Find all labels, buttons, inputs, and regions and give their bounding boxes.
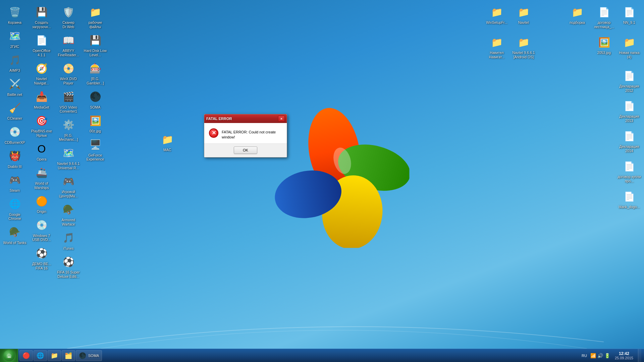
icon-nn91[interactable]: 📄 NN_9.1 <box>616 3 642 26</box>
icon-origin[interactable]: 🟠 Origin <box>29 192 55 215</box>
icon-soma[interactable]: 🌑 SOMA <box>82 88 108 111</box>
taskbar-filemanager-icon: 🗂️ <box>65 352 72 359</box>
taskbar-item-filemanager[interactable]: 🗂️ <box>62 350 75 361</box>
icon-navitel-fold[interactable]: 📁 Navitel <box>511 3 537 26</box>
tray-icons: RU 📶 🔊 🔋 <box>580 353 610 358</box>
icon-armored[interactable]: 🪖 Armored Warface <box>55 201 82 228</box>
desktop-right-col-dogovor-kupli: 📄 договор купли про... <box>616 158 642 184</box>
icon-geforce[interactable]: 🖥️ GeForce Experience <box>82 136 108 163</box>
desktop-right-col-nn91: 📄 NN_9.1 <box>616 3 642 26</box>
taskbar-item-explorer[interactable]: 📁 <box>48 350 61 361</box>
dialog-ok-button[interactable]: OK <box>234 146 257 154</box>
icon-dogovor-kupli[interactable]: 📄 договор купли про... <box>616 158 642 184</box>
icon-playbns[interactable]: 🎯 PlayBNS.exe Ярлык <box>29 112 55 139</box>
desktop-right-col-novaya: 📁 Новая папка (4) <box>616 34 642 60</box>
icon-mediaget[interactable]: 📥 MediaGet <box>29 88 55 111</box>
icon-steam[interactable]: 🎮 Steam <box>2 171 28 194</box>
dialog-close-button[interactable]: × <box>278 116 285 122</box>
clock-time: 12:42 <box>619 351 629 356</box>
desktop: 🗑️ Корзина 🗺️ 2ГИС 🎵 AIMP3 ⚔️ Battle.net… <box>0 0 644 349</box>
tray-power-icon[interactable]: 🔋 <box>604 353 610 358</box>
icon-rg-mechanic[interactable]: ⚙️ [R.G. Mechanic...] <box>55 116 82 143</box>
icon-2053[interactable]: 🖼️ 2053.jpg <box>591 34 617 56</box>
icon-deklaraciya2012[interactable]: 📄 Декларация 2012 <box>616 67 642 94</box>
tray-volume-icon[interactable]: 🔊 <box>597 353 603 358</box>
desktop-right-col-dogovor: 📄 договор лестница_... <box>591 3 617 30</box>
tray-network-icon[interactable]: 📶 <box>590 353 596 358</box>
icon-navitel-navigat[interactable]: 📁 Навител Навигат... <box>484 34 510 60</box>
taskbar: 🔴 🌐 📁 🗂️ 🌑 SOMA RU 📶 🔊 🔋 12:42 25.09.201… <box>0 349 644 362</box>
fatal-error-dialog: FATAL ERROR × ✕ FATAL ERROR: Could not c… <box>204 114 287 158</box>
icon-blank-dogo[interactable]: 📄 blank_dogo... <box>616 188 642 210</box>
taskbar-item-soma[interactable]: 🌑 SOMA <box>76 350 102 361</box>
icon-vso-video[interactable]: 🎬 VSO Video Converter1 <box>55 88 82 115</box>
dialog-body: ✕ FATAL ERROR: Could not create window! <box>204 123 287 143</box>
icon-rabochie[interactable]: 📁 рабочие файлы <box>82 3 108 30</box>
icon-navitel-uni[interactable]: 🗺️ Navitel 9.6.6.1 Universal R... <box>55 144 82 171</box>
icon-deklaraciya2013[interactable]: 📄 Декларация 2013 <box>616 97 642 124</box>
taskbar-soma-label: SOMA <box>88 354 99 358</box>
desktop-right-col-navitel: 📁 Navitel <box>511 3 537 26</box>
dialog-titlebar: FATAL ERROR × <box>204 114 287 123</box>
icon-ccleaner[interactable]: 🧹 CCleaner <box>2 99 28 122</box>
icon-2gis[interactable]: 🗺️ 2ГИС <box>2 27 28 50</box>
icon-00z[interactable]: 🖼️ 00z.jpg <box>82 112 108 135</box>
clock-date: 25.09.2015 <box>615 356 633 360</box>
icon-winxdvd[interactable]: 📀 WinX DVD Player <box>55 60 82 86</box>
icon-itunes[interactable]: 🎵 iTunes <box>55 229 82 252</box>
svg-rect-6 <box>8 356 9 358</box>
desktop-col-0: 🗑️ Корзина 🗺️ 2ГИС 🎵 AIMP3 ⚔️ Battle.net… <box>2 3 28 246</box>
icon-igrovoy[interactable]: 🎮 Игровой Центр[Ma... <box>55 173 82 199</box>
taskbar-item-opera[interactable]: 🔴 <box>19 350 33 361</box>
error-x-mark: ✕ <box>212 130 216 136</box>
error-message-text: FATAL ERROR: Could not create window! <box>222 128 282 140</box>
icon-navitel-nav[interactable]: 🧭 Navitel Navigat... <box>29 60 55 86</box>
desktop-col-3: 📁 рабочие файлы 💾 Hard Disk Low Level...… <box>82 3 108 163</box>
icon-battlenet[interactable]: ⚔️ Battle.net <box>2 75 28 98</box>
lang-indicator[interactable]: RU <box>580 354 589 358</box>
taskbar-explorer-icon: 📁 <box>51 352 58 359</box>
icon-cdburnerxp[interactable]: 💿 CDBurnerXP <box>2 123 28 146</box>
taskbar-item-chrome[interactable]: 🌐 <box>34 350 47 361</box>
taskbar-right: RU 📶 🔊 🔋 12:42 25.09.2015 <box>577 349 644 362</box>
taskbar-chrome-icon: 🌐 <box>37 352 44 359</box>
icon-world-warships[interactable]: 🚢 World of Warships <box>29 164 55 191</box>
desktop-col-2: 🛡️ Сканер Dr.Web 📖 ABBYY FineReader... 📀… <box>55 3 82 280</box>
desktop-right-col-blank: 📄 blank_dogo... <box>616 188 642 210</box>
icon-scanner[interactable]: 🛡️ Сканер Dr.Web <box>55 3 82 30</box>
icon-diablo3[interactable]: 👹 Diablo III <box>2 147 28 170</box>
icon-google-chrome[interactable]: 🌐 Google Chrome <box>2 195 28 222</box>
icon-fifa16[interactable]: ⚽ FIFA 16 Super Deluxe Editi... <box>55 253 82 280</box>
desktop-right-col-deklaraciya12: 📄 Декларация 2012 <box>616 67 642 94</box>
show-desktop-button[interactable] <box>638 349 641 362</box>
icon-openoffice[interactable]: 📄 OpenOffice 4.1.1 <box>29 32 55 58</box>
dialog-footer: OK <box>204 143 287 157</box>
icon-abbyy[interactable]: 📖 ABBYY FineReader... <box>55 32 82 58</box>
desktop-right-col-deklaraciya13: 📄 Декларация 2013 <box>616 97 642 124</box>
clock-area[interactable]: 12:42 25.09.2015 <box>612 351 636 360</box>
start-button[interactable] <box>0 349 18 362</box>
icon-mac[interactable]: 📁 MAC <box>154 131 180 154</box>
icon-navitel-android[interactable]: 📁 Navitel 9.6.6.1 [Android OS] <box>511 34 537 60</box>
desktop-right-col-navitel-android: 📁 Navitel 9.6.6.1 [Android OS] <box>511 34 537 60</box>
desktop-right-col-winsetup: 📁 WinSetupFr... <box>484 3 510 26</box>
icon-deklaraciya2014[interactable]: 📄 Декларация 2014 <box>616 127 642 154</box>
icon-aimp3[interactable]: 🎵 AIMP3 <box>2 51 28 74</box>
icon-world-of-tanks[interactable]: 🪖 World of Tanks <box>2 224 28 246</box>
icon-win7usb[interactable]: 💿 Windows 7 USB DVD... <box>29 217 55 243</box>
icon-harddisk[interactable]: 💾 Hard Disk Low Level... <box>82 32 108 58</box>
svg-rect-7 <box>9 356 10 358</box>
icon-demo-fifa[interactable]: ⚽ ДЕМО BE... FIFA 16 <box>29 245 55 272</box>
icon-dogovor-lestnica[interactable]: 📄 договор лестница_... <box>591 3 617 30</box>
icon-opera[interactable]: O Opera <box>29 140 55 163</box>
dialog-title: FATAL ERROR <box>206 117 232 121</box>
icon-rg-gambler[interactable]: 🎰 [R.G. Gambler...] <box>82 60 108 86</box>
icon-novaya-papka[interactable]: 📁 Новая папка (4) <box>616 34 642 60</box>
icon-korzina[interactable]: 🗑️ Корзина <box>2 3 28 26</box>
error-icon: ✕ <box>209 128 218 138</box>
icon-winsetupfr[interactable]: 📁 WinSetupFr... <box>484 3 510 26</box>
icon-sozdaty[interactable]: 💾 Создать загрузочн... <box>29 3 55 30</box>
icon-podborka[interactable]: 📁 подборка <box>564 3 590 26</box>
desktop-right-col-deklaraciya14: 📄 Декларация 2014 <box>616 127 642 154</box>
taskbar-items: 🔴 🌐 📁 🗂️ 🌑 SOMA <box>18 349 103 362</box>
